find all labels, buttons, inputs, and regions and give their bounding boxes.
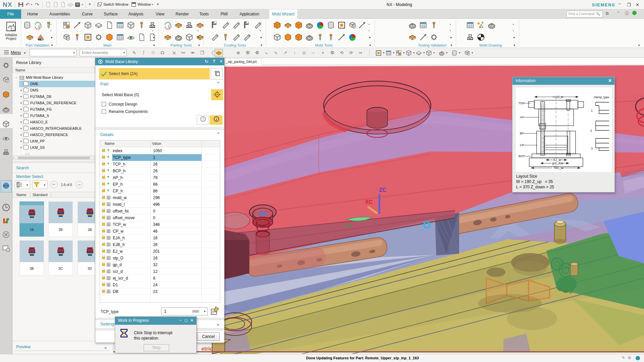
svg-text:grd_dist: grd_dist	[552, 162, 563, 165]
svg-text:AP: AP	[520, 116, 524, 119]
svg-text:mold_w: mold_w	[553, 95, 563, 99]
svg-text:BOT: BOT	[518, 155, 525, 158]
svg-text:YC: YC	[345, 224, 351, 229]
svg-text:TBC_w: TBC_w	[553, 166, 563, 170]
svg-text:2: 2	[590, 129, 592, 132]
svg-text:BP: BP	[520, 132, 524, 135]
svg-text:1: 1	[591, 109, 593, 112]
svg-text:TOP: TOP	[518, 102, 525, 105]
svg-text:clamp_type: clamp_type	[594, 96, 609, 99]
svg-text:etric: etric	[201, 346, 213, 352]
svg-text:3: 3	[591, 147, 593, 150]
svg-text:EJ_w: EJ_w	[553, 158, 561, 162]
svg-text:CP: CP	[520, 143, 524, 147]
svg-text:XC: XC	[365, 199, 373, 205]
svg-text:ZC: ZC	[379, 187, 387, 193]
